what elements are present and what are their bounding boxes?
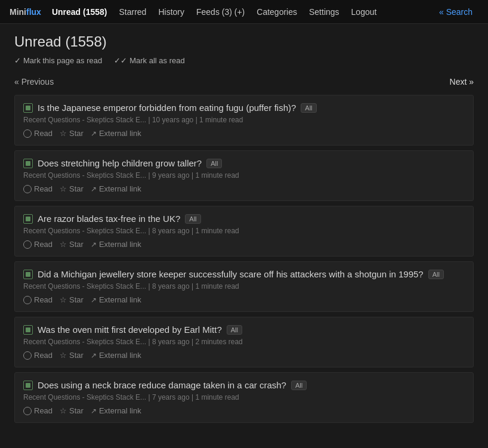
article-age: 9 years ago — [152, 171, 190, 180]
read-icon — [23, 351, 32, 360]
mark-page-read-link[interactable]: ✓ Mark this page as read — [14, 56, 102, 65]
read-label: Read — [34, 129, 52, 138]
article-title-link[interactable]: Is the Japanese emperor forbidden from e… — [38, 103, 296, 113]
article-tag-badge[interactable]: All — [291, 381, 307, 390]
star-label: Star — [69, 406, 84, 415]
main-content: Unread (1558) ✓ Mark this page as read ✓… — [0, 24, 488, 432]
nav-item-settings[interactable]: Settings — [303, 0, 345, 24]
article-tag-badge[interactable]: All — [227, 325, 242, 335]
article-title-link[interactable]: Does using a neck brace reduce damage ta… — [38, 380, 286, 390]
article-meta: Recent Questions - Skeptics Stack E... |… — [23, 338, 465, 346]
article-favicon-icon — [23, 159, 33, 168]
star-action[interactable]: ☆ Star — [60, 351, 84, 360]
read-action[interactable]: Read — [23, 184, 52, 193]
article-meta: Recent Questions - Skeptics Stack E... |… — [23, 116, 465, 124]
article-tag-badge[interactable]: All — [428, 270, 444, 279]
article-favicon-icon — [23, 214, 33, 224]
star-action[interactable]: ☆ Star — [60, 129, 84, 138]
article-source: Recent Questions - Skeptics Stack E... — [23, 282, 146, 291]
external-link-label: External link — [99, 240, 141, 249]
article-age: 7 years ago — [152, 393, 190, 401]
star-action[interactable]: ☆ Star — [60, 295, 84, 304]
brand-logo[interactable]: Miniflux — [10, 7, 41, 17]
article-tag-badge[interactable]: All — [185, 214, 200, 224]
mark-all-read-link[interactable]: ✓✓ Mark all as read — [114, 56, 184, 65]
nav-item-starred[interactable]: Starred — [113, 0, 152, 24]
checkmark-icon: ✓ — [14, 56, 21, 65]
external-link-action[interactable]: ↗ External link — [91, 240, 141, 249]
nav-item-categories[interactable]: Categories — [251, 0, 303, 24]
navbar: Miniflux Unread (1558) Starred History F… — [0, 0, 488, 24]
article-read-time: 1 minute read — [195, 282, 239, 291]
star-icon: ☆ — [60, 240, 67, 248]
article-favicon-icon — [23, 381, 33, 390]
article-actions: Read ☆ Star ↗ External link — [23, 295, 465, 304]
star-action[interactable]: ☆ Star — [60, 240, 84, 249]
nav-item-history[interactable]: History — [152, 0, 190, 24]
brand-flux: flux — [26, 7, 41, 17]
article-title-row: Was the oven mitt first developed by Ear… — [23, 325, 465, 335]
star-icon: ☆ — [60, 129, 67, 137]
external-link-label: External link — [99, 351, 141, 360]
article-age: 10 years ago — [152, 116, 193, 124]
external-link-action[interactable]: ↗ External link — [91, 406, 141, 415]
article-title-row: Does using a neck brace reduce damage ta… — [23, 380, 465, 390]
read-action[interactable]: Read — [23, 240, 52, 249]
prev-page-link[interactable]: « Previous — [14, 77, 54, 86]
article-source: Recent Questions - Skeptics Stack E... — [23, 338, 146, 346]
external-link-icon: ↗ — [91, 130, 97, 137]
article-age: 8 years ago — [152, 338, 190, 346]
article-title-link[interactable]: Was the oven mitt first developed by Ear… — [38, 325, 222, 335]
article-card: Is the Japanese emperor forbidden from e… — [14, 95, 474, 146]
star-icon: ☆ — [60, 296, 67, 304]
star-action[interactable]: ☆ Star — [60, 184, 84, 193]
read-action[interactable]: Read — [23, 129, 52, 138]
article-source: Recent Questions - Skeptics Stack E... — [23, 171, 146, 180]
nav-item-logout[interactable]: Logout — [345, 0, 383, 24]
page-title: Unread (1558) — [14, 33, 474, 50]
page-actions: ✓ Mark this page as read ✓✓ Mark all as … — [14, 56, 474, 65]
external-link-icon: ↗ — [91, 186, 97, 193]
external-link-action[interactable]: ↗ External link — [91, 295, 141, 304]
external-link-label: External link — [99, 129, 141, 138]
article-card: Does using a neck brace reduce damage ta… — [14, 372, 474, 423]
article-meta: Recent Questions - Skeptics Stack E... |… — [23, 227, 465, 235]
article-card: Does stretching help children grow talle… — [14, 150, 474, 201]
read-action[interactable]: Read — [23, 406, 52, 415]
nav-item-unread[interactable]: Unread (1558) — [46, 0, 113, 24]
article-tag-badge[interactable]: All — [206, 159, 222, 168]
brand-mini: Mini — [10, 7, 26, 17]
read-action[interactable]: Read — [23, 295, 52, 304]
star-action[interactable]: ☆ Star — [60, 406, 84, 415]
star-label: Star — [69, 351, 84, 360]
article-source: Recent Questions - Skeptics Stack E... — [23, 227, 146, 235]
article-card: Did a Michigan jewellery store keeper su… — [14, 261, 474, 312]
article-read-time: 1 minute read — [195, 393, 239, 401]
article-title-link[interactable]: Did a Michigan jewellery store keeper su… — [38, 269, 424, 279]
article-tag-badge[interactable]: All — [301, 103, 316, 113]
external-link-icon: ↗ — [91, 352, 97, 359]
external-link-action[interactable]: ↗ External link — [91, 129, 141, 138]
article-card: Are razor blades tax-free in the UK? All… — [14, 206, 474, 257]
star-label: Star — [69, 240, 84, 249]
external-link-label: External link — [99, 295, 141, 304]
star-icon: ☆ — [60, 407, 67, 415]
article-actions: Read ☆ Star ↗ External link — [23, 406, 465, 415]
article-title-row: Does stretching help children grow talle… — [23, 158, 465, 168]
star-label: Star — [69, 184, 84, 193]
search-button[interactable]: « Search — [433, 0, 478, 24]
article-title-link[interactable]: Does stretching help children grow talle… — [38, 158, 202, 168]
nav-item-feeds[interactable]: Feeds (3) (+) — [190, 0, 251, 24]
article-title-link[interactable]: Are razor blades tax-free in the UK? — [38, 214, 180, 224]
read-label: Read — [34, 184, 52, 193]
next-page-link[interactable]: Next » — [450, 77, 474, 86]
external-link-action[interactable]: ↗ External link — [91, 351, 141, 360]
article-favicon-icon — [23, 325, 33, 335]
read-action[interactable]: Read — [23, 351, 52, 360]
external-link-label: External link — [99, 406, 141, 415]
external-link-action[interactable]: ↗ External link — [91, 184, 141, 193]
read-label: Read — [34, 295, 52, 304]
article-list: Is the Japanese emperor forbidden from e… — [14, 95, 474, 423]
article-actions: Read ☆ Star ↗ External link — [23, 129, 465, 138]
pagination-top: « Previous Next » — [14, 77, 474, 86]
